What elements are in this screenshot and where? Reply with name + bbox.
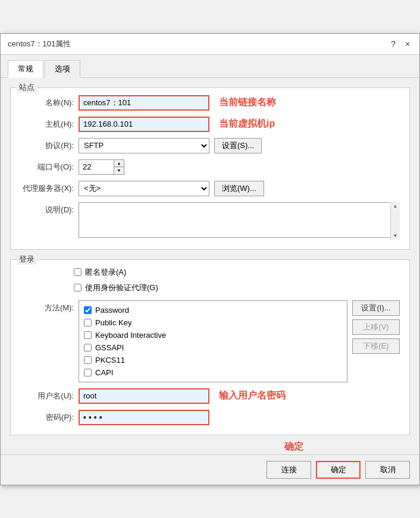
- description-textarea[interactable]: [79, 202, 400, 238]
- protocol-row: 协议(R): SFTP FTP SCP FTPS 设置(S)...: [20, 138, 400, 153]
- proxy-browse-button[interactable]: 浏览(W)...: [214, 181, 264, 196]
- username-row: 用户名(U): 输入用户名密码: [20, 388, 400, 404]
- password-label: 密码(P):: [20, 412, 74, 423]
- name-row: 名称(N): 当前链接名称: [20, 95, 400, 111]
- method-up-button[interactable]: 上移(V): [352, 319, 400, 335]
- method-label: 方法(M):: [20, 303, 74, 313]
- protocol-label: 协议(R):: [20, 140, 74, 151]
- method-keyboard: Keyboard Interactive: [84, 331, 342, 340]
- port-spinner: ▲ ▼: [79, 159, 124, 175]
- protocol-select[interactable]: SFTP FTP SCP FTPS: [79, 138, 209, 153]
- host-annotation: 当前虚拟机ip: [219, 118, 275, 130]
- login-label: 登录: [17, 254, 37, 265]
- name-input[interactable]: [79, 95, 209, 111]
- confirm-annotation: 确定: [284, 441, 303, 453]
- method-password-label: Password: [95, 306, 129, 315]
- username-annotation: 输入用户名密码: [219, 390, 286, 402]
- method-capi-label: CAPI: [95, 368, 113, 377]
- anonymous-label: 匿名登录(A): [85, 267, 126, 278]
- tab-general[interactable]: 常规: [8, 60, 43, 78]
- host-row: 主机(H): 当前虚拟机ip: [20, 117, 400, 132]
- method-password-checkbox[interactable]: [84, 306, 92, 314]
- method-gssapi-label: GSSAPI: [95, 343, 124, 352]
- name-annotation: 当前链接名称: [219, 96, 276, 109]
- agent-checkbox[interactable]: [74, 284, 82, 291]
- method-gssapi: GSSAPI: [84, 343, 342, 352]
- method-pkcs11-checkbox[interactable]: [84, 356, 92, 364]
- proxy-row: 代理服务器(X): <无> 浏览(W)...: [20, 181, 400, 196]
- title-bar: centos7：101属性 ? ×: [1, 34, 419, 55]
- host-label: 主机(H):: [20, 119, 74, 130]
- method-pkcs11: PKCS11: [84, 356, 342, 365]
- method-box: Password Public Key Keyboard Interactive…: [79, 300, 347, 382]
- method-keyboard-label: Keyboard Interactive: [95, 331, 166, 340]
- connect-button[interactable]: 连接: [267, 461, 311, 479]
- username-label: 用户名(U):: [20, 391, 74, 401]
- login-section: 登录 匿名登录(A) 使用身份验证代理(G) 方法(M): Password: [10, 259, 410, 435]
- tab-bar: 常规 选项: [1, 55, 419, 78]
- dialog: centos7：101属性 ? × 常规 选项 站点 名称(N): 当前链接名称: [0, 33, 420, 485]
- method-settings-button[interactable]: 设置(I)...: [352, 300, 400, 316]
- method-down-button[interactable]: 下移(E): [352, 338, 400, 354]
- scroll-down-icon[interactable]: ▼: [391, 232, 400, 240]
- port-label: 端口号(O):: [20, 162, 74, 172]
- help-button[interactable]: ?: [388, 39, 398, 49]
- description-row: 说明(D): ▲ ▼: [20, 202, 400, 240]
- tab-options[interactable]: 选项: [45, 60, 80, 78]
- dialog-title: centos7：101属性: [8, 39, 71, 49]
- method-publickey-label: Public Key: [95, 318, 131, 327]
- port-row: 端口号(O): ▲ ▼: [20, 159, 400, 175]
- title-buttons: ? ×: [388, 39, 412, 49]
- method-publickey: Public Key: [84, 318, 342, 327]
- port-up-button[interactable]: ▲: [114, 160, 124, 168]
- spinner-buttons: ▲ ▼: [114, 159, 124, 175]
- method-gssapi-checkbox[interactable]: [84, 344, 92, 351]
- station-label: 站点: [17, 82, 37, 93]
- anonymous-row: 匿名登录(A): [74, 267, 400, 278]
- protocol-settings-button[interactable]: 设置(S)...: [214, 138, 262, 153]
- method-pkcs11-label: PKCS11: [95, 356, 125, 365]
- anonymous-checkbox[interactable]: [74, 268, 82, 276]
- bottom-bar: 确定 连接 确定 取消: [1, 454, 419, 485]
- name-label: 名称(N):: [20, 98, 74, 108]
- description-wrapper: ▲ ▼: [79, 202, 400, 240]
- method-publickey-checkbox[interactable]: [84, 319, 92, 327]
- method-capi-checkbox[interactable]: [84, 369, 92, 376]
- method-capi: CAPI: [84, 368, 342, 377]
- port-down-button[interactable]: ▼: [114, 167, 124, 174]
- method-buttons: 设置(I)... 上移(V) 下移(E): [352, 300, 400, 354]
- port-input[interactable]: [79, 159, 114, 175]
- cancel-button[interactable]: 取消: [365, 461, 410, 479]
- method-row: 方法(M): Password Public Key Keyboard Inte…: [20, 300, 400, 382]
- method-password: Password: [84, 306, 342, 315]
- host-input[interactable]: [79, 117, 209, 132]
- password-row: 密码(P):: [20, 410, 400, 425]
- close-button[interactable]: ×: [403, 39, 412, 49]
- password-input[interactable]: [79, 410, 209, 425]
- station-section: 站点 名称(N): 当前链接名称 主机(H): 当前虚拟机ip 协议(R): S…: [10, 87, 410, 250]
- agent-label: 使用身份验证代理(G): [85, 282, 158, 293]
- scroll-up-icon[interactable]: ▲: [391, 202, 400, 210]
- proxy-label: 代理服务器(X):: [20, 183, 74, 194]
- description-scrollbar[interactable]: ▲ ▼: [390, 202, 400, 240]
- confirm-button[interactable]: 确定: [316, 461, 361, 479]
- proxy-select[interactable]: <无>: [79, 181, 209, 196]
- agent-row: 使用身份验证代理(G): [74, 282, 400, 293]
- method-keyboard-checkbox[interactable]: [84, 331, 92, 339]
- username-input[interactable]: [79, 388, 209, 404]
- main-content: 站点 名称(N): 当前链接名称 主机(H): 当前虚拟机ip 协议(R): S…: [1, 78, 419, 454]
- description-label: 说明(D):: [20, 205, 74, 215]
